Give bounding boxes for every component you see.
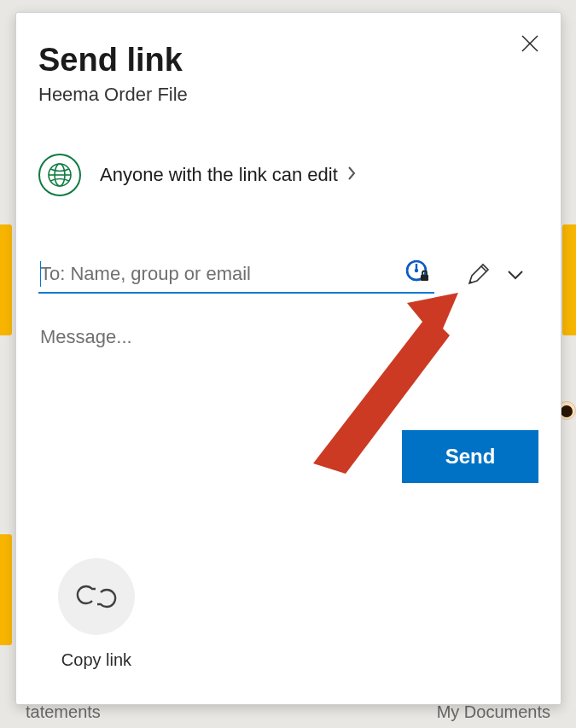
input-caret: [40, 261, 41, 287]
dialog-filename: Heema Order File: [38, 84, 538, 106]
copy-link-label: Copy link: [61, 650, 131, 670]
recipient-field-wrap: [38, 256, 434, 294]
background-folder: [0, 224, 12, 335]
background-tab-label: My Documents: [411, 702, 576, 728]
permissions-dropdown[interactable]: [506, 265, 525, 284]
message-input[interactable]: [38, 324, 538, 418]
edit-permissions-button[interactable]: [465, 262, 491, 288]
close-icon: [520, 33, 540, 54]
close-button[interactable]: [520, 33, 540, 54]
background-folder: [0, 534, 12, 645]
link-scope-row[interactable]: Anyone with the link can edit: [38, 154, 538, 196]
chevron-down-icon: [506, 265, 525, 284]
background-tabs: tatements My Documents: [0, 702, 576, 728]
chevron-right-icon: [346, 166, 357, 184]
dialog-title: Send link: [38, 42, 538, 79]
pencil-icon: [465, 262, 491, 288]
recipient-input[interactable]: [38, 262, 434, 286]
globe-icon: [38, 154, 81, 196]
link-icon: [75, 575, 118, 618]
contact-lock-icon: [405, 259, 429, 283]
link-scope-text: Anyone with the link can edit: [100, 164, 338, 186]
svg-point-8: [415, 269, 418, 272]
background-tab-label: tatements: [0, 702, 126, 728]
send-link-dialog: Send link Heema Order File Anyone with t…: [15, 12, 561, 705]
background-folder: [562, 224, 576, 335]
send-button[interactable]: Send: [402, 430, 538, 483]
copy-link-button[interactable]: [58, 558, 135, 635]
svg-rect-9: [421, 275, 428, 281]
